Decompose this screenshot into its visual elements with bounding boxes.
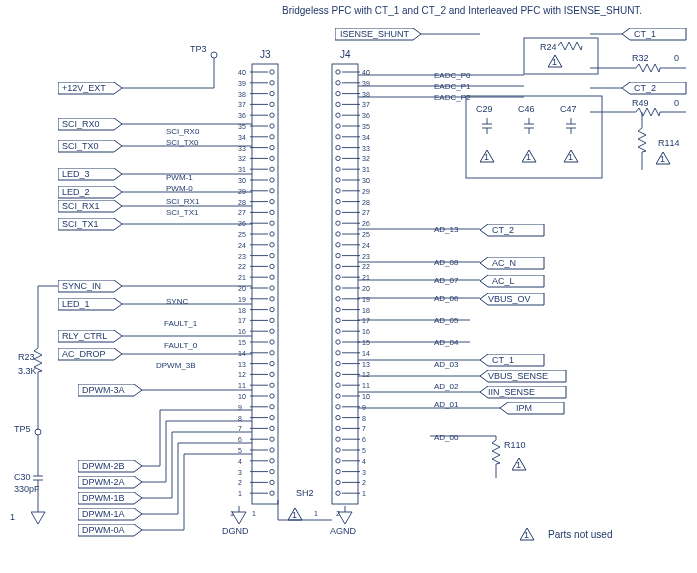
pin-circle — [336, 307, 340, 311]
pin-circle — [336, 199, 340, 203]
pin-circle — [336, 243, 340, 247]
r23-ref: R23 — [18, 352, 35, 362]
pin-circle — [336, 113, 340, 117]
net-ad04: AD_04 — [434, 338, 459, 347]
pin-circle — [270, 437, 274, 441]
pin-number: 6 — [238, 436, 242, 443]
pin-circle — [336, 264, 340, 268]
pin-circle — [270, 329, 274, 333]
pin-circle — [336, 405, 340, 409]
pin-circle — [270, 145, 274, 149]
sig-vbus-sense-label: VBUS_SENSE — [488, 371, 548, 381]
pin-circle — [270, 91, 274, 95]
sig-sci-tx0-label: SCI_TX0 — [62, 141, 99, 151]
r24 — [558, 42, 582, 50]
pin-circle — [336, 491, 340, 495]
pin-circle — [270, 264, 274, 268]
pin-number: 27 — [362, 209, 370, 216]
pin-circle — [270, 210, 274, 214]
pin-number: 12 — [362, 371, 370, 378]
right-signals: EADC_P0 EADC_P1 EADC_P2 AD_13 CT_2 AD_08… — [434, 71, 566, 442]
j4-pins: 4039383736353433323130292827262524232221… — [336, 69, 370, 497]
net-sci-tx1: SCI_TX1 — [166, 208, 199, 217]
pin-number: 23 — [238, 253, 246, 260]
c30-gnd — [31, 506, 45, 524]
sig-ipm-label: IPM — [516, 403, 532, 413]
dgnd-label: DGND — [222, 526, 249, 536]
pin-number: 33 — [362, 145, 370, 152]
pin-circle — [270, 372, 274, 376]
pin-circle — [270, 199, 274, 203]
net-ad05: AD_05 — [434, 316, 459, 325]
pin-circle — [336, 145, 340, 149]
pin-circle — [336, 351, 340, 355]
pin-number: 25 — [362, 231, 370, 238]
pin-circle — [270, 275, 274, 279]
pin-circle — [336, 232, 340, 236]
sig-sci-tx1-label: SCI_TX1 — [62, 219, 99, 229]
r24-ref: R24 — [540, 42, 557, 52]
pin-number: 10 — [238, 393, 246, 400]
sig-sci-rx0-label: SCI_RX0 — [62, 119, 100, 129]
pin-circle — [270, 243, 274, 247]
schematic-canvas: Bridgeless PFC with CT_1 and CT_2 and In… — [0, 0, 697, 573]
pin-number: 16 — [238, 328, 246, 335]
pin-number: 10 — [362, 393, 370, 400]
pin-circle — [270, 307, 274, 311]
j3-pins: 4039383736353433323130292827262524232221… — [238, 69, 274, 497]
tp5-ref: TP5 — [14, 424, 31, 434]
sig-dpwm2b-label: DPWM-2B — [82, 461, 125, 471]
net-sync: SYNC — [166, 297, 188, 306]
pin-number: 5 — [238, 447, 242, 454]
tp3 — [211, 52, 217, 58]
pin-number: 26 — [362, 220, 370, 227]
sh2-ref: SH2 — [296, 488, 314, 498]
sig-rly-ctrl-label: RLY_CTRL — [62, 331, 107, 341]
pin-circle — [336, 178, 340, 182]
sig-ac-l-label: AC_L — [492, 276, 515, 286]
r110-ref: R110 — [504, 440, 526, 450]
pin-number: 9 — [362, 404, 366, 411]
pin-number: 4 — [238, 458, 242, 465]
pin-circle — [336, 383, 340, 387]
legend-text: Parts not used — [548, 529, 612, 540]
j4-ref: J4 — [340, 49, 351, 60]
pin-number: 13 — [238, 361, 246, 368]
net-ad02: AD_02 — [434, 382, 459, 391]
c30-ref: C30 — [14, 472, 31, 482]
pin-circle — [336, 469, 340, 473]
c47-ref: C47 — [560, 104, 577, 114]
pin-number: 11 — [362, 382, 370, 389]
c47-mark-num: 1 — [568, 152, 573, 162]
pin-circle — [336, 361, 340, 365]
pin-circle — [336, 167, 340, 171]
pin-circle — [336, 329, 340, 333]
pin-number: 12 — [238, 371, 246, 378]
pin-number: 11 — [238, 382, 246, 389]
pin-circle — [270, 351, 274, 355]
pin-circle — [270, 361, 274, 365]
pin-circle — [270, 383, 274, 387]
pin-number: 22 — [238, 263, 246, 270]
net-ad03: AD_03 — [434, 360, 459, 369]
net-sci-rx0: SCI_RX0 — [166, 127, 200, 136]
svg-text:1: 1 — [252, 510, 256, 517]
pin-circle — [270, 189, 274, 193]
pin-circle — [336, 448, 340, 452]
r114-mark-num: 1 — [660, 154, 665, 164]
sig-led2-label: LED_2 — [62, 187, 90, 197]
c46 — [524, 118, 534, 134]
sig-ac-n-label: AC_N — [492, 258, 516, 268]
net-ad06: AD_06 — [434, 294, 459, 303]
sig-ct1-mid-label: CT_1 — [492, 355, 514, 365]
pin-circle — [270, 480, 274, 484]
pin-circle — [336, 372, 340, 376]
pin-circle — [270, 459, 274, 463]
sig-sci-rx1-label: SCI_RX1 — [62, 201, 100, 211]
pin-number: 34 — [362, 134, 370, 141]
pin-number: 15 — [238, 339, 246, 346]
pin-number: 17 — [362, 317, 370, 324]
net-ad07: AD_07 — [434, 276, 459, 285]
pin-circle — [336, 189, 340, 193]
pin-number: 24 — [362, 242, 370, 249]
